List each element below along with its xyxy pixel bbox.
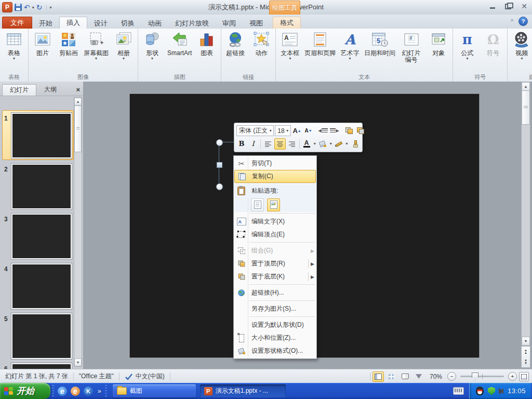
menu-item-hyperlink[interactable]: 超链接(H)... [234,286,316,299]
redo-icon[interactable]: ↻ [36,4,43,11]
menu-item-format-shape[interactable]: 设置形状格式(O)... [234,344,316,357]
shapes-button[interactable]: 形状 ▼ [139,29,165,73]
textbox-button[interactable]: A 文本框 ▼ [277,29,303,73]
decrease-indent-icon[interactable]: ◀ [318,126,328,136]
shape-handle-bottom[interactable] [216,183,223,190]
menu-item-copy[interactable]: 复制(C) [234,170,316,183]
font-size-select[interactable]: 18 ▼ [275,125,290,136]
menu-item-group[interactable]: 组合(G) ▶ [234,244,316,257]
zoom-slider-thumb[interactable] [472,373,478,381]
minimize-button[interactable] [488,3,498,10]
shrink-font-button[interactable]: A▼ [303,126,314,136]
panel-scrollbar[interactable]: ▲ ▼ [74,97,82,367]
align-right-icon[interactable] [287,139,297,149]
tab-animations[interactable]: 动画 [141,18,168,29]
scroll-down-icon[interactable]: ▼ [74,358,82,366]
slide-thumbnail-3[interactable]: 3 [0,212,74,262]
equation-button[interactable]: π 公式 ▼ [454,29,480,73]
powerpoint-app-icon[interactable]: P [2,2,12,12]
k-app-icon[interactable]: K [84,387,93,396]
menu-item-edit-points[interactable]: 编辑顶点(E) [234,228,316,241]
tab-home[interactable]: 开始 [32,18,59,29]
picture-button[interactable]: 图片 [30,29,56,73]
slide-thumbnail-6[interactable]: 6 [0,362,74,369]
reading-view-button[interactable] [400,371,411,382]
video-button[interactable]: 视频 ▼ [509,29,532,73]
menu-item-save-as-picture[interactable]: 另存为图片(S)... [234,302,316,315]
slide-number-button[interactable]: # 幻灯片编号 [397,29,426,73]
paste-keep-source-button[interactable] [251,198,264,211]
browser-2-icon[interactable]: e [71,387,80,396]
screenshot-button[interactable]: 屏幕截图 ▼ [82,29,111,73]
panel-scrollbar-thumb[interactable] [74,105,82,152]
volume-icon[interactable] [499,389,503,394]
qq-tray-icon[interactable] [476,387,484,395]
symbol-button[interactable]: Ω 符号 [480,29,506,73]
tab-format[interactable]: 格式 [273,17,301,29]
photo-album-button[interactable]: 相册 ▼ [111,29,137,73]
normal-view-button[interactable] [373,371,384,382]
panel-close-icon[interactable]: × [76,86,80,94]
chart-button[interactable]: 图表 [194,29,220,73]
grow-font-button[interactable]: A▲ [292,126,302,136]
bold-button[interactable]: B [236,139,247,149]
slide-counter[interactable]: 幻灯片 第 1 张, 共 7 张 [0,372,73,381]
menu-item-edit-text[interactable]: A 编辑文字(X) [234,215,316,228]
shape-fill-icon[interactable] [317,139,328,149]
menu-item-bring-to-front[interactable]: 置于顶层(R) ▶ [234,257,316,270]
clipart-button[interactable]: 剪贴画 [56,29,82,73]
menu-item-cut[interactable]: ✂ 剪切(T) [234,157,316,170]
tab-slides[interactable]: 幻灯片 [2,84,36,96]
tab-view[interactable]: 视图 [243,18,270,29]
main-scrollbar-thumb[interactable] [522,90,530,125]
restore-button[interactable] [504,3,513,10]
zoom-percentage[interactable]: 70% [430,373,442,380]
collapse-ribbon-icon[interactable]: ^ [511,19,513,24]
close-button[interactable]: ✕ [520,3,529,10]
internet-explorer-icon[interactable]: e [58,387,67,396]
shape-fill-dropdown-icon[interactable]: ▼ [329,142,332,145]
slide-thumbnail-2[interactable]: 2 [0,163,74,212]
next-slide-button[interactable]: ▼▼ [524,360,527,365]
tab-transitions[interactable]: 切换 [114,18,141,29]
align-left-icon[interactable] [263,139,273,149]
hyperlink-button[interactable]: 超链接 [222,29,248,73]
scroll-up-icon[interactable]: ▲ [522,82,530,91]
input-method-keyboard-icon[interactable] [453,387,464,395]
quick-launch-chevron-icon[interactable]: » [98,388,101,395]
help-icon[interactable]: ? [518,17,528,26]
taskbar-item-powerpoint[interactable]: P 演示文稿1.pptx - ... [200,384,286,397]
taskbar-item-folder[interactable]: 截图 [113,384,196,397]
format-painter-icon[interactable] [350,139,360,149]
tab-file[interactable]: 文件 [2,17,32,29]
datetime-button[interactable]: 5 日期和时间 [363,29,397,73]
zoom-slider[interactable] [460,376,504,377]
action-button[interactable]: 动作 [248,29,274,73]
slideshow-button[interactable] [413,371,424,382]
theme-name[interactable]: "Office 主题" [74,372,119,381]
font-color-dropdown-icon[interactable]: ▼ [313,142,316,145]
send-backward-icon[interactable] [355,126,366,136]
table-button[interactable]: 表格 ▼ [1,29,27,73]
undo-dropdown-icon[interactable]: ▾ [32,5,34,10]
smartart-button[interactable]: SmartArt [165,29,194,73]
qat-customize-icon[interactable]: ▾ [46,5,51,10]
menu-item-set-default-shape[interactable]: 设置为默认形状(D) [234,318,316,331]
tab-insert[interactable]: 插入 [59,17,87,29]
increase-indent-icon[interactable]: ▶ [329,126,340,136]
font-color-button[interactable]: A [301,139,312,149]
start-button[interactable]: 开始 [0,383,50,399]
slide-thumbnail-4[interactable]: 4 [0,262,74,312]
tab-review[interactable]: 审阅 [216,18,243,29]
previous-slide-button[interactable]: ▲▲ [524,349,527,354]
slide-thumbnail-1[interactable]: 1 [0,112,74,161]
paste-as-picture-button[interactable] [267,198,280,211]
save-icon[interactable] [15,4,22,11]
menu-item-size-and-position[interactable]: 大小和位置(Z)... [234,331,316,344]
font-name-select[interactable]: 宋体 (正文 ▼ [236,125,274,136]
shape-handle-top[interactable] [216,139,223,146]
spellcheck-status[interactable]: 中文(中国) [119,372,170,381]
tab-outline[interactable]: 大纲 [36,84,64,96]
tab-slideshow[interactable]: 幻灯片放映 [168,18,216,29]
scroll-up-icon[interactable]: ▲ [74,98,82,105]
